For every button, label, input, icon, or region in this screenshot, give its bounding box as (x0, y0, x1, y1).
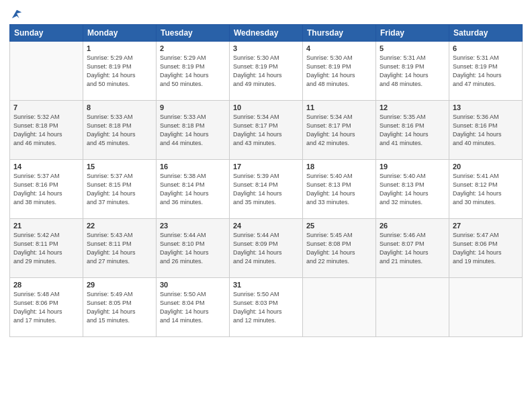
calendar-cell: 25Sunrise: 5:45 AM Sunset: 8:08 PM Dayli… (303, 219, 376, 278)
day-number: 10 (233, 103, 299, 111)
day-info: Sunrise: 5:36 AM Sunset: 8:16 PM Dayligh… (453, 113, 519, 148)
day-number: 6 (453, 44, 519, 52)
logo (9, 7, 23, 19)
day-number: 12 (380, 103, 445, 111)
day-info: Sunrise: 5:39 AM Sunset: 8:14 PM Dayligh… (233, 172, 299, 207)
weekday-header-thursday: Thursday (303, 25, 376, 42)
calendar-cell: 26Sunrise: 5:46 AM Sunset: 8:07 PM Dayli… (376, 219, 449, 278)
calendar-cell: 20Sunrise: 5:41 AM Sunset: 8:12 PM Dayli… (449, 160, 523, 219)
calendar-cell (303, 278, 376, 337)
calendar-cell: 16Sunrise: 5:38 AM Sunset: 8:14 PM Dayli… (157, 160, 230, 219)
header (9, 7, 523, 19)
day-info: Sunrise: 5:31 AM Sunset: 8:19 PM Dayligh… (380, 54, 445, 89)
calendar: SundayMondayTuesdayWednesdayThursdayFrid… (9, 24, 523, 337)
week-row-3: 14Sunrise: 5:37 AM Sunset: 8:16 PM Dayli… (10, 160, 523, 219)
day-info: Sunrise: 5:43 AM Sunset: 8:11 PM Dayligh… (87, 231, 152, 266)
day-number: 7 (13, 103, 79, 111)
day-info: Sunrise: 5:49 AM Sunset: 8:05 PM Dayligh… (87, 290, 152, 325)
day-number: 24 (233, 222, 299, 230)
week-row-5: 28Sunrise: 5:48 AM Sunset: 8:06 PM Dayli… (10, 278, 523, 337)
weekday-header-friday: Friday (376, 25, 449, 42)
day-number: 5 (380, 44, 445, 52)
day-number: 25 (306, 222, 372, 230)
day-number: 19 (380, 163, 445, 171)
day-number: 26 (380, 222, 445, 230)
day-info: Sunrise: 5:30 AM Sunset: 8:19 PM Dayligh… (306, 54, 372, 89)
day-info: Sunrise: 5:30 AM Sunset: 8:19 PM Dayligh… (233, 54, 299, 89)
day-info: Sunrise: 5:35 AM Sunset: 8:16 PM Dayligh… (380, 113, 445, 148)
week-row-1: 1Sunrise: 5:29 AM Sunset: 8:19 PM Daylig… (10, 42, 523, 101)
day-number: 9 (160, 103, 226, 111)
calendar-cell: 11Sunrise: 5:34 AM Sunset: 8:17 PM Dayli… (303, 101, 376, 160)
day-number: 8 (87, 103, 152, 111)
day-number: 28 (13, 281, 79, 289)
day-info: Sunrise: 5:40 AM Sunset: 8:13 PM Dayligh… (380, 172, 445, 207)
calendar-cell: 6Sunrise: 5:31 AM Sunset: 8:19 PM Daylig… (449, 42, 523, 101)
day-number: 29 (87, 281, 152, 289)
calendar-cell: 7Sunrise: 5:32 AM Sunset: 8:18 PM Daylig… (10, 101, 83, 160)
day-number: 31 (233, 281, 299, 289)
day-info: Sunrise: 5:32 AM Sunset: 8:18 PM Dayligh… (13, 113, 79, 148)
week-row-2: 7Sunrise: 5:32 AM Sunset: 8:18 PM Daylig… (10, 101, 523, 160)
day-info: Sunrise: 5:41 AM Sunset: 8:12 PM Dayligh… (453, 172, 519, 207)
day-number: 15 (87, 163, 152, 171)
calendar-cell: 1Sunrise: 5:29 AM Sunset: 8:19 PM Daylig… (83, 42, 157, 101)
weekday-header-tuesday: Tuesday (157, 25, 230, 42)
calendar-cell: 27Sunrise: 5:47 AM Sunset: 8:06 PM Dayli… (449, 219, 523, 278)
day-info: Sunrise: 5:42 AM Sunset: 8:11 PM Dayligh… (13, 231, 79, 266)
day-info: Sunrise: 5:46 AM Sunset: 8:07 PM Dayligh… (380, 231, 445, 266)
calendar-cell: 22Sunrise: 5:43 AM Sunset: 8:11 PM Dayli… (83, 219, 157, 278)
day-number: 23 (160, 222, 226, 230)
day-number: 4 (306, 44, 372, 52)
weekday-header-monday: Monday (83, 25, 157, 42)
calendar-cell: 12Sunrise: 5:35 AM Sunset: 8:16 PM Dayli… (376, 101, 449, 160)
day-info: Sunrise: 5:29 AM Sunset: 8:19 PM Dayligh… (87, 54, 152, 89)
day-info: Sunrise: 5:45 AM Sunset: 8:08 PM Dayligh… (306, 231, 372, 266)
svg-marker-0 (12, 10, 21, 19)
day-number: 30 (160, 281, 226, 289)
week-row-4: 21Sunrise: 5:42 AM Sunset: 8:11 PM Dayli… (10, 219, 523, 278)
calendar-cell: 23Sunrise: 5:44 AM Sunset: 8:10 PM Dayli… (157, 219, 230, 278)
calendar-cell: 4Sunrise: 5:30 AM Sunset: 8:19 PM Daylig… (303, 42, 376, 101)
day-number: 18 (306, 163, 372, 171)
day-info: Sunrise: 5:50 AM Sunset: 8:04 PM Dayligh… (160, 290, 226, 325)
calendar-cell: 5Sunrise: 5:31 AM Sunset: 8:19 PM Daylig… (376, 42, 449, 101)
calendar-cell: 30Sunrise: 5:50 AM Sunset: 8:04 PM Dayli… (157, 278, 230, 337)
day-number: 1 (87, 44, 152, 52)
day-number: 20 (453, 163, 519, 171)
day-number: 16 (160, 163, 226, 171)
day-info: Sunrise: 5:33 AM Sunset: 8:18 PM Dayligh… (160, 113, 226, 148)
day-info: Sunrise: 5:47 AM Sunset: 8:06 PM Dayligh… (453, 231, 519, 266)
calendar-cell: 13Sunrise: 5:36 AM Sunset: 8:16 PM Dayli… (449, 101, 523, 160)
weekday-header-saturday: Saturday (449, 25, 523, 42)
calendar-cell: 15Sunrise: 5:37 AM Sunset: 8:15 PM Dayli… (83, 160, 157, 219)
calendar-cell: 17Sunrise: 5:39 AM Sunset: 8:14 PM Dayli… (230, 160, 303, 219)
day-number: 11 (306, 103, 372, 111)
calendar-cell: 21Sunrise: 5:42 AM Sunset: 8:11 PM Dayli… (10, 219, 83, 278)
calendar-cell: 10Sunrise: 5:34 AM Sunset: 8:17 PM Dayli… (230, 101, 303, 160)
day-info: Sunrise: 5:34 AM Sunset: 8:17 PM Dayligh… (233, 113, 299, 148)
day-info: Sunrise: 5:37 AM Sunset: 8:16 PM Dayligh… (13, 172, 79, 207)
day-info: Sunrise: 5:37 AM Sunset: 8:15 PM Dayligh… (87, 172, 152, 207)
calendar-cell: 24Sunrise: 5:44 AM Sunset: 8:09 PM Dayli… (230, 219, 303, 278)
calendar-cell: 18Sunrise: 5:40 AM Sunset: 8:13 PM Dayli… (303, 160, 376, 219)
day-number: 13 (453, 103, 519, 111)
calendar-cell (449, 278, 523, 337)
logo-bird-icon (11, 7, 23, 21)
day-info: Sunrise: 5:38 AM Sunset: 8:14 PM Dayligh… (160, 172, 226, 207)
calendar-cell: 14Sunrise: 5:37 AM Sunset: 8:16 PM Dayli… (10, 160, 83, 219)
day-info: Sunrise: 5:50 AM Sunset: 8:03 PM Dayligh… (233, 290, 299, 325)
day-number: 2 (160, 44, 226, 52)
calendar-cell: 9Sunrise: 5:33 AM Sunset: 8:18 PM Daylig… (157, 101, 230, 160)
calendar-cell: 29Sunrise: 5:49 AM Sunset: 8:05 PM Dayli… (83, 278, 157, 337)
day-info: Sunrise: 5:29 AM Sunset: 8:19 PM Dayligh… (160, 54, 226, 89)
day-info: Sunrise: 5:33 AM Sunset: 8:18 PM Dayligh… (87, 113, 152, 148)
calendar-cell: 31Sunrise: 5:50 AM Sunset: 8:03 PM Dayli… (230, 278, 303, 337)
day-info: Sunrise: 5:34 AM Sunset: 8:17 PM Dayligh… (306, 113, 372, 148)
weekday-header-wednesday: Wednesday (230, 25, 303, 42)
calendar-cell: 8Sunrise: 5:33 AM Sunset: 8:18 PM Daylig… (83, 101, 157, 160)
weekday-header-sunday: Sunday (10, 25, 83, 42)
day-info: Sunrise: 5:44 AM Sunset: 8:09 PM Dayligh… (233, 231, 299, 266)
day-number: 21 (13, 222, 79, 230)
calendar-cell (10, 42, 83, 101)
